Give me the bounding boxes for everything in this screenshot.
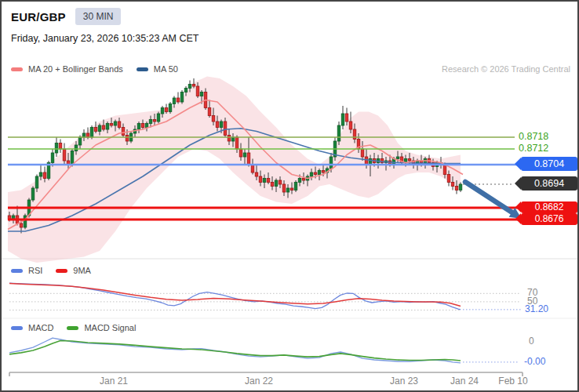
rsi-last-value-label: 31.20 xyxy=(525,303,548,314)
rsi-legend: RSI 9MA xyxy=(11,266,99,275)
pivot-price-tag: 0.8704 xyxy=(521,157,577,171)
resistance-level-label: 0.8718 xyxy=(519,130,574,143)
trading-central-chart-page: EUR/GBP 30 MIN Friday, January 23, 2026 … xyxy=(0,0,579,392)
x-axis-tick-label: Jan 22 xyxy=(237,376,281,387)
macd-signal-swatch-icon xyxy=(67,326,78,330)
support-price-tag: 0.8676 xyxy=(521,213,577,225)
macd-swatch-icon xyxy=(11,326,23,330)
x-axis-tick-label: Feb 10 xyxy=(491,376,535,387)
x-axis-tick-label: Jan 23 xyxy=(382,376,426,387)
rsi-9ma-swatch-icon xyxy=(56,269,67,273)
macd-signal-legend-label: MACD Signal xyxy=(84,323,136,332)
x-axis-tick-label: Jan 24 xyxy=(442,376,486,387)
x-axis-tick-label: Jan 21 xyxy=(92,376,136,387)
macd-legend-label: MACD xyxy=(28,323,53,332)
macd-last-value-label: -0.00 xyxy=(524,356,545,367)
last-price-tag: 0.8694 xyxy=(521,176,577,191)
rsi-swatch-icon xyxy=(11,269,23,273)
macd-legend: MACD MACD Signal xyxy=(11,323,144,332)
rsi-9ma-legend-label: 9MA xyxy=(73,266,91,275)
macd-zero-label: 0 xyxy=(529,336,534,347)
support-price-tag: 0.8682 xyxy=(521,201,577,213)
rsi-legend-label: RSI xyxy=(28,266,42,275)
resistance-level-label: 0.8712 xyxy=(519,142,574,154)
